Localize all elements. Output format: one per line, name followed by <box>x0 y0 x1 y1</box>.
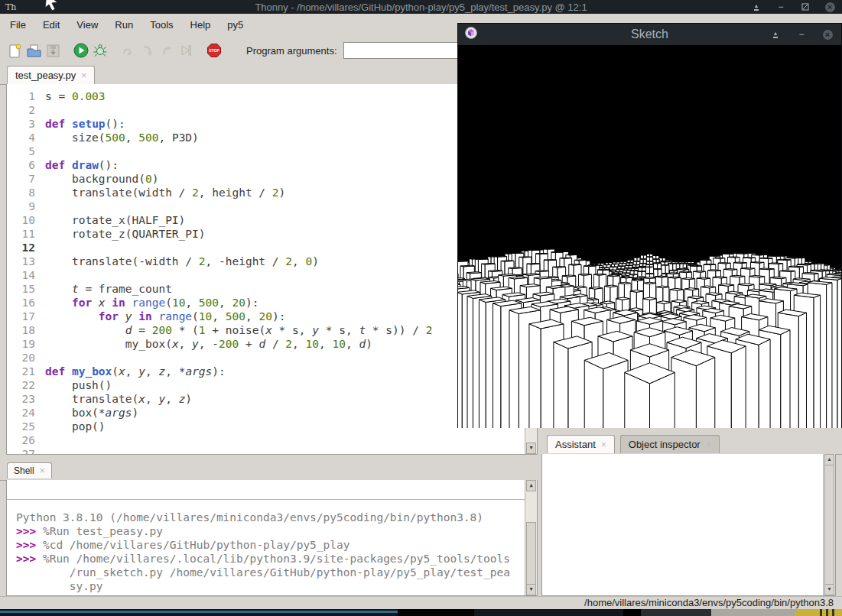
code-line: d = 200 * (1 + noise(x * s, y * s, t * s… <box>45 323 525 337</box>
window-controls: ▲−× <box>750 0 836 14</box>
line-number: 21 <box>7 365 35 378</box>
menu-view[interactable]: View <box>68 15 106 34</box>
line-number: 20 <box>7 351 35 365</box>
shell-command-line: >>> %Run /home/villares/.local/lib/pytho… <box>16 552 523 566</box>
close-button[interactable]: × <box>824 1 836 13</box>
line-number: 19 <box>7 337 35 351</box>
menu-help[interactable]: Help <box>182 15 219 34</box>
assistant-panel: ▲ ▼ <box>541 454 836 596</box>
code-line <box>45 268 525 282</box>
line-number: 17 <box>7 310 35 323</box>
run-script-button[interactable] <box>73 42 89 59</box>
scroll-down-icon[interactable]: ▼ <box>824 584 834 595</box>
code-line: background(0) <box>45 172 525 186</box>
tab-assistant[interactable]: Assistant× <box>547 435 615 453</box>
tab-close-icon[interactable]: × <box>706 441 711 449</box>
code-line <box>45 351 525 365</box>
code-line <box>45 433 525 447</box>
tab-object-inspector[interactable]: Object inspector× <box>620 435 720 453</box>
window-title: Thonny - /home/villares/GitHub/python-pl… <box>0 2 842 13</box>
code-line: pop() <box>45 420 525 433</box>
scroll-up-icon[interactable]: ▲ <box>824 454 834 465</box>
shade-button[interactable]: ▲ <box>769 28 782 41</box>
stop-button[interactable]: STOP <box>206 42 223 59</box>
code-line <box>45 241 525 255</box>
line-number: 24 <box>7 406 35 420</box>
background-window-edge <box>0 611 398 613</box>
program-arguments-label: Program arguments: <box>246 45 337 57</box>
debug-script-button[interactable] <box>92 42 109 59</box>
sketch-window: Sketch ▲−× <box>457 23 842 428</box>
resume-button <box>177 42 194 59</box>
code-line: s = 0.003 <box>45 89 525 103</box>
right-panel-tabbar: Assistant×Object inspector× <box>541 434 842 455</box>
line-number: 26 <box>7 433 35 447</box>
background-window-edge <box>623 609 641 616</box>
menu-file[interactable]: File <box>2 15 34 34</box>
shell-prompt: >>> <box>16 539 43 551</box>
assistant-scrollbar-thumb[interactable] <box>824 465 834 585</box>
close-button[interactable]: × <box>821 28 834 41</box>
code-line: def setup(): <box>45 117 525 131</box>
tab-label: Assistant <box>555 439 596 450</box>
tab-close-icon[interactable]: × <box>601 441 606 449</box>
desktop: Th Thonny - /home/villares/GitHub/python… <box>0 0 842 616</box>
shell-output-line: /run_sketch.py /home/villares/GitHub/pyt… <box>16 566 523 579</box>
line-number: 14 <box>7 268 35 282</box>
interpreter-path: /home/villares/miniconda3/envs/py5coding… <box>584 597 834 608</box>
tab-test-peasy[interactable]: test_peasy.py × <box>7 66 95 84</box>
menu-run[interactable]: Run <box>106 15 141 34</box>
background-windows-strip <box>0 609 842 616</box>
background-window-edge <box>641 609 711 616</box>
menu-edit[interactable]: Edit <box>34 15 68 34</box>
line-number: 13 <box>7 255 35 268</box>
line-number: 3 <box>7 117 35 131</box>
code-line: push() <box>45 378 525 392</box>
shell-output[interactable]: Python 3.8.10 (/home/villares/miniconda3… <box>16 511 523 593</box>
thonny-titlebar[interactable]: Th Thonny - /home/villares/GitHub/python… <box>0 0 842 14</box>
minimize-button[interactable]: − <box>795 28 808 41</box>
code-line <box>45 199 525 213</box>
tab-shell[interactable]: Shell × <box>7 462 52 478</box>
sketch-window-controls: ▲−× <box>769 28 834 41</box>
line-number: 12 <box>7 241 35 255</box>
background-window-edge <box>832 609 834 616</box>
code-line: def draw(): <box>45 158 525 172</box>
menu-tools[interactable]: Tools <box>141 15 181 34</box>
mouse-cursor <box>42 0 62 15</box>
code-line: for y in range(10, 500, 20): <box>45 310 525 323</box>
background-window-edge <box>820 609 822 616</box>
code-line: size(500, 500, P3D) <box>45 131 525 144</box>
shade-button[interactable]: ▲ <box>750 1 762 13</box>
code-line: for x in range(10, 500, 20): <box>45 296 525 310</box>
sketch-canvas[interactable] <box>458 45 841 428</box>
scroll-up-icon[interactable]: ▲ <box>526 480 536 491</box>
open-file-button[interactable] <box>25 42 42 59</box>
line-number: 9 <box>7 199 35 213</box>
shell-tabbar: Shell × <box>0 462 538 481</box>
line-number: 25 <box>7 420 35 433</box>
shell-panel[interactable]: Python 3.8.10 (/home/villares/miniconda3… <box>6 480 538 596</box>
code-line <box>45 103 525 117</box>
code-line <box>45 144 525 158</box>
shell-scrollbar-thumb[interactable] <box>526 522 536 585</box>
py5-app-icon <box>465 27 477 42</box>
assistant-scrollbar[interactable]: ▲ ▼ <box>823 454 835 595</box>
line-number: 16 <box>7 296 35 310</box>
menu-py5[interactable]: py5 <box>219 15 252 34</box>
scroll-down-icon[interactable]: ▼ <box>526 443 536 454</box>
step-over-button <box>120 42 137 59</box>
new-file-button[interactable] <box>6 42 23 59</box>
code-area[interactable]: s = 0.003 def setup(): size(500, 500, P3… <box>45 89 525 455</box>
minimize-button[interactable]: − <box>775 1 787 13</box>
sketch-titlebar[interactable]: Sketch ▲−× <box>458 24 841 45</box>
maximize-button[interactable] <box>799 1 811 13</box>
scroll-down-icon[interactable]: ▼ <box>526 584 536 595</box>
tab-close-icon[interactable]: × <box>81 72 86 79</box>
shell-output-line: sy.py <box>16 579 523 593</box>
tab-close-icon[interactable]: × <box>40 467 45 475</box>
step-out-button <box>158 42 175 59</box>
shell-scrollbar[interactable]: ▲ ▼ <box>525 480 537 595</box>
line-number: 4 <box>7 131 35 144</box>
tab-label: Shell <box>14 465 34 476</box>
